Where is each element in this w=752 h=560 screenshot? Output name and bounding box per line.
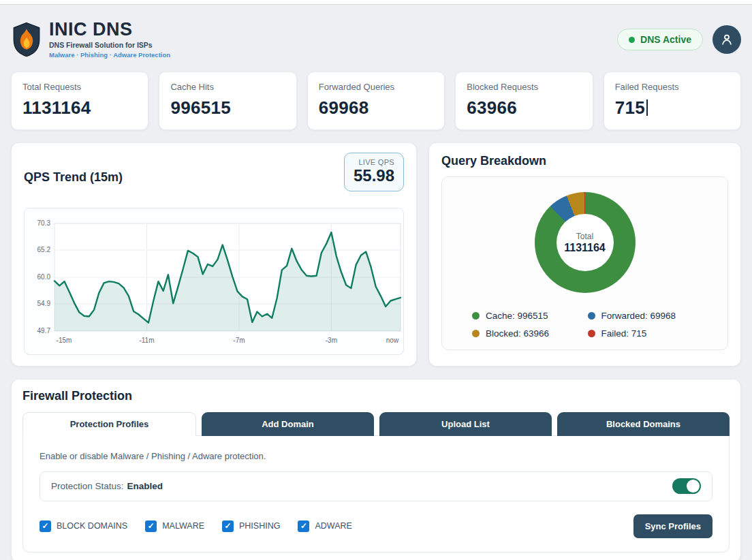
svg-text:60.0: 60.0 bbox=[37, 273, 51, 281]
svg-text:65.2: 65.2 bbox=[37, 246, 51, 253]
stat-card-forwarded-queries: Forwarded Queries 69968 bbox=[307, 72, 445, 130]
legend-dot-blocked bbox=[472, 330, 480, 337]
app-subtitle: DNS Firewall Solution for ISPs bbox=[49, 41, 170, 49]
dns-active-badge: DNS Active bbox=[617, 29, 703, 50]
tab-protection-profiles[interactable]: Protection Profiles bbox=[22, 412, 196, 436]
checkbox-checked-icon: ✓ bbox=[298, 520, 309, 532]
checkbox-malware[interactable]: ✓ MALWARE bbox=[145, 520, 204, 532]
stat-value: 715 bbox=[615, 97, 730, 119]
shield-flame-icon bbox=[11, 21, 42, 58]
stat-label: Blocked Requests bbox=[467, 82, 581, 92]
donut-chart-container: Total 1131164 Cache: 996515 Forwarded: 6… bbox=[441, 176, 728, 350]
query-donut-chart: Total 1131164 bbox=[535, 192, 636, 293]
legend-item-failed: Failed: 715 bbox=[588, 328, 698, 339]
svg-text:49.7: 49.7 bbox=[37, 327, 51, 335]
donut-center-label: Total bbox=[576, 232, 593, 241]
firewall-protection-panel: Firewall Protection Protection Profiles … bbox=[11, 379, 741, 560]
svg-text:54.9: 54.9 bbox=[37, 300, 51, 307]
checkbox-block-domains[interactable]: ✓ BLOCK DOMAINS bbox=[40, 520, 127, 532]
stat-value: 69968 bbox=[319, 97, 433, 119]
app-logo: INIC DNS DNS Firewall Solution for ISPs … bbox=[11, 20, 170, 59]
checkbox-checked-icon: ✓ bbox=[40, 520, 51, 532]
svg-text:now: now bbox=[386, 337, 399, 344]
protection-toggle[interactable] bbox=[672, 478, 701, 494]
firewall-tabs: Protection Profiles Add Domain Upload Li… bbox=[22, 412, 730, 436]
tab-upload-list[interactable]: Upload List bbox=[379, 412, 552, 436]
logo-text: INIC DNS DNS Firewall Solution for ISPs … bbox=[49, 20, 170, 59]
toggle-knob bbox=[687, 480, 700, 493]
stat-label: Cache Hits bbox=[170, 82, 285, 92]
legend-dot-forwarded bbox=[588, 312, 595, 320]
tab-add-domain[interactable]: Add Domain bbox=[202, 412, 374, 436]
checkbox-adware[interactable]: ✓ ADWARE bbox=[298, 520, 351, 532]
stat-cards-row: Total Requests 1131164 Cache Hits 996515… bbox=[11, 72, 741, 130]
legend-dot-failed bbox=[588, 330, 595, 337]
stat-label: Failed Requests bbox=[615, 82, 730, 92]
stat-label: Total Requests bbox=[22, 82, 137, 92]
app-header: INIC DNS DNS Firewall Solution for ISPs … bbox=[11, 10, 741, 69]
stat-value: 996515 bbox=[170, 97, 285, 119]
live-qps-label: LIVE QPS bbox=[354, 158, 394, 166]
stat-card-total-requests: Total Requests 1131164 bbox=[11, 72, 148, 130]
legend-text: Cache: 996515 bbox=[486, 311, 548, 321]
status-dot-icon bbox=[629, 37, 635, 43]
stat-value: 1131164 bbox=[22, 97, 137, 119]
protection-checkboxes: ✓ BLOCK DOMAINS ✓ MALWARE ✓ PHISHING ✓ A… bbox=[40, 520, 352, 532]
checkbox-label: MALWARE bbox=[162, 521, 204, 531]
checkbox-checked-icon: ✓ bbox=[222, 520, 234, 532]
user-avatar-button[interactable] bbox=[712, 25, 741, 54]
firewall-title: Firewall Protection bbox=[22, 389, 730, 403]
protection-status-value: Enabled bbox=[127, 481, 163, 491]
protection-profiles-tab-panel: Enable or disable Malware / Phishing / A… bbox=[22, 435, 730, 553]
legend-text: Failed: 715 bbox=[601, 328, 647, 339]
donut-center: Total 1131164 bbox=[557, 214, 614, 271]
live-qps-badge: LIVE QPS 55.98 bbox=[344, 153, 404, 191]
qps-chart-container: 49.754.960.065.270.3-15m-11m-7m-3mnow bbox=[24, 208, 404, 355]
donut-center-value: 1131164 bbox=[564, 242, 606, 254]
qps-trend-panel: QPS Trend (15m) LIVE QPS 55.98 49.754.96… bbox=[11, 142, 417, 367]
checkbox-checked-icon: ✓ bbox=[145, 520, 157, 532]
qps-panel-title: QPS Trend (15m) bbox=[24, 170, 123, 185]
stat-card-blocked-requests: Blocked Requests 63966 bbox=[455, 72, 593, 130]
live-qps-value: 55.98 bbox=[354, 166, 394, 185]
checkbox-label: BLOCK DOMAINS bbox=[57, 521, 127, 531]
protection-status-label: Protection Status: bbox=[51, 481, 124, 491]
svg-text:-15m: -15m bbox=[57, 337, 72, 344]
dashboard: INIC DNS DNS Firewall Solution for ISPs … bbox=[0, 5, 752, 560]
svg-text:-3m: -3m bbox=[326, 337, 337, 344]
svg-text:-11m: -11m bbox=[139, 337, 154, 344]
app-title: INIC DNS bbox=[49, 20, 170, 39]
user-icon bbox=[719, 32, 734, 47]
tab-blocked-domains[interactable]: Blocked Domains bbox=[557, 412, 730, 436]
legend-text: Blocked: 63966 bbox=[486, 328, 549, 339]
dns-active-label: DNS Active bbox=[640, 34, 691, 45]
legend-dot-cache bbox=[472, 312, 480, 320]
svg-text:-7m: -7m bbox=[233, 337, 245, 344]
legend-item-cache: Cache: 996515 bbox=[472, 311, 582, 321]
window-top-strip bbox=[0, 0, 752, 5]
checkbox-label: PHISHING bbox=[239, 521, 280, 531]
legend-item-forwarded: Forwarded: 69968 bbox=[588, 311, 698, 321]
sync-profiles-button[interactable]: Sync Profiles bbox=[633, 514, 712, 538]
query-breakdown-title: Query Breakdown bbox=[441, 154, 728, 168]
stat-value: 63966 bbox=[467, 97, 581, 119]
text-cursor bbox=[646, 99, 648, 116]
protection-description: Enable or disable Malware / Phishing / A… bbox=[40, 451, 712, 461]
checkbox-label: ADWARE bbox=[315, 521, 351, 531]
stat-card-cache-hits: Cache Hits 996515 bbox=[159, 72, 296, 130]
app-tagline: Malware · Phishing · Adware Protection bbox=[49, 51, 170, 59]
legend-item-blocked: Blocked: 63966 bbox=[472, 328, 582, 339]
svg-text:70.3: 70.3 bbox=[37, 219, 51, 227]
protection-status-row: Protection Status: Enabled bbox=[40, 471, 712, 501]
checkbox-phishing[interactable]: ✓ PHISHING bbox=[222, 520, 280, 532]
query-breakdown-panel: Query Breakdown Total 1131164 Cache: 996… bbox=[428, 142, 741, 367]
stat-label: Forwarded Queries bbox=[319, 82, 433, 92]
legend-text: Forwarded: 69968 bbox=[601, 311, 676, 321]
donut-legend: Cache: 996515 Forwarded: 69968 Blocked: … bbox=[456, 311, 714, 339]
qps-area-chart: 49.754.960.065.270.3-15m-11m-7m-3mnow bbox=[29, 214, 406, 350]
stat-card-failed-requests: Failed Requests 715 bbox=[604, 72, 741, 130]
